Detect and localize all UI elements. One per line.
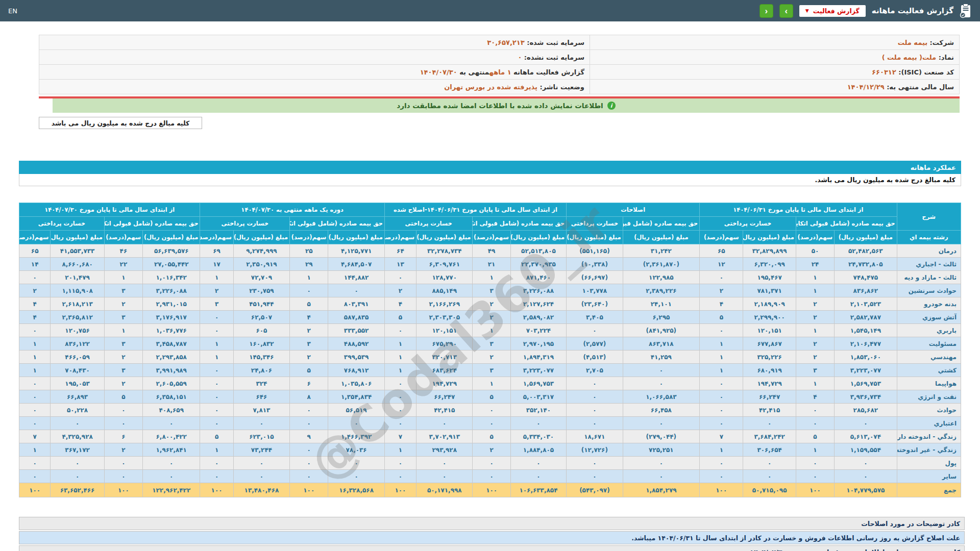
data-cell: ۰ <box>290 404 328 417</box>
row-label: مسئولیت <box>897 337 961 350</box>
data-cell: ۱ <box>473 377 510 390</box>
data-cell: ۰ <box>19 390 51 404</box>
data-cell: ۴۸۸,۵۹۲ <box>328 337 384 350</box>
data-cell: ۲۹۳,۹۲۸ <box>416 443 473 457</box>
data-cell: ۱۰۰ <box>19 483 51 497</box>
info-value: ۱۴۰۴/۱۲/۲۹ <box>847 83 885 91</box>
data-cell: ۴ <box>384 297 416 311</box>
data-cell: ۱۰۰ <box>104 483 142 497</box>
data-cell: ۵ <box>796 430 834 443</box>
info-label: سرمایه ثبت شده: <box>525 39 584 46</box>
toolbar: گزارش فعالیت ماهانه گزارش فعالیت ▼ › ‹ E… <box>0 0 980 21</box>
data-cell: ۰ <box>328 284 384 297</box>
note-text-row: کادر توضیحات در مورد اصلاحات <box>19 517 965 530</box>
data-cell: ۱,۸۵۴,۲۷۹ <box>623 483 700 497</box>
data-cell: ۰ <box>233 470 289 483</box>
data-cell: ۷,۸۱۳ <box>233 404 289 417</box>
data-cell: ۲,۵۸۹,۰۸۲ <box>510 311 566 324</box>
info-value: ۳۰,۶۵۷,۲۱۳ <box>487 39 524 46</box>
data-cell: ۰ <box>200 364 233 377</box>
data-cell: ۰ <box>200 377 233 390</box>
col-header-premium: حق بیمه صادره (شامل قبولی اتکایی) <box>104 217 200 231</box>
data-cell: ۰ <box>233 457 289 470</box>
data-cell: ۲,۶۰۵,۵۵۹ <box>143 377 200 390</box>
data-cell: ۷۸۱,۳۷۱ <box>743 284 796 297</box>
data-cell: (۲,۵۷۷) <box>567 337 623 350</box>
data-cell: ۰ <box>19 324 51 337</box>
data-cell: ۶۵ <box>700 244 743 258</box>
data-cell: ۰ <box>700 457 743 470</box>
data-cell: ۸۶۳,۷۱۸ <box>623 337 700 350</box>
data-cell: ۳,۶۸۴,۲۴۲ <box>743 430 796 443</box>
page-title: گزارش فعالیت ماهانه <box>872 6 953 15</box>
data-cell: ۲ <box>473 443 510 457</box>
data-cell: ۰ <box>51 417 104 430</box>
data-cell: ۱,۸۹۴,۳۱۹ <box>510 350 566 364</box>
chevron-down-icon: ▼ <box>805 8 809 13</box>
data-cell: ۹,۲۷۴,۹۹۹ <box>233 244 289 258</box>
data-cell: ۰ <box>567 390 623 404</box>
data-cell: ۴۵۱,۹۴۴ <box>233 297 289 311</box>
data-cell: ۲۴,۷۳۲,۸۰۵ <box>835 258 897 271</box>
previous-report-button[interactable]: ‹ <box>760 4 773 18</box>
data-cell: ۱ <box>384 443 416 457</box>
data-cell: ۴۲,۴۱۵ <box>416 404 473 417</box>
data-cell: ۴,۶۸۴,۵۰۷ <box>328 258 384 271</box>
data-cell: ۶۶,۸۹۳ <box>51 390 104 404</box>
info-cell: سرمایه ثبت شده: ۳۰,۶۵۷,۲۱۳ <box>39 35 590 50</box>
data-cell: ۰ <box>623 417 700 430</box>
data-cell: ۱۰۰ <box>290 483 328 497</box>
data-cell: ۳,۲۲۶,۰۸۸ <box>510 284 566 297</box>
data-cell: ۲,۵۸۲,۷۸۷ <box>835 311 897 324</box>
col-header-amount: مبلغ (میلیون ریال) <box>51 231 104 244</box>
data-cell: ۵۰ <box>796 244 834 258</box>
data-cell: ۳,۹۳۶,۷۳۴ <box>835 390 897 404</box>
info-row: شرکت: بیمه ملتسرمایه ثبت شده: ۳۰,۶۵۷,۲۱۳ <box>39 35 960 50</box>
chevron-left-icon: ‹ <box>765 7 768 15</box>
data-cell: ۰ <box>104 404 142 417</box>
data-cell: ۳۱,۲۴۲ <box>623 244 700 258</box>
data-cell: ۲ <box>200 284 233 297</box>
data-cell: ۰ <box>700 390 743 404</box>
data-cell: ۰ <box>700 417 743 430</box>
data-cell: ۴ <box>19 311 51 324</box>
data-cell: ۳۲,۲۷۸,۷۳۴ <box>416 244 473 258</box>
data-cell: ۰ <box>290 284 328 297</box>
info-row: نماد: ملت( بیمه ملت )سرمایه ثبت نشده: ۰ <box>39 50 960 65</box>
data-cell: ۲ <box>796 297 834 311</box>
data-cell: ۶۶,۴۵۸ <box>623 404 700 417</box>
next-report-button[interactable]: › <box>779 4 793 18</box>
amounts-note-wrap: کلیه مبالغ درج شده به میلیون ریال می باش… <box>39 117 960 129</box>
data-cell: ۰ <box>796 470 834 483</box>
data-cell: ۵۲,۴۸۲,۵۶۳ <box>835 244 897 258</box>
total-row: جمع۱۰۴,۷۷۹,۵۷۵۱۰۰۵۰,۷۱۵,۰۹۵۱۰۰۱,۸۵۴,۲۷۹(… <box>19 483 961 497</box>
col-header-amount: مبلغ (میلیون ریال) <box>143 231 200 244</box>
performance-table-wrap: @Codal360_ir شرحاز ابتدای سال مالی تا پا… <box>19 203 961 497</box>
data-cell: ۱ <box>19 337 51 350</box>
data-cell: ۰ <box>473 470 510 483</box>
data-cell: ۰ <box>200 470 233 483</box>
data-cell: ۱,۵۴۵,۱۴۹ <box>835 324 897 337</box>
data-cell: ۲۴,۸۰۶ <box>233 364 289 377</box>
data-cell: ۰ <box>51 457 104 470</box>
row-label: سایر <box>897 470 961 483</box>
data-cell: ۰ <box>233 417 289 430</box>
data-cell: ۲,۱۲۷,۶۲۴ <box>510 297 566 311</box>
row-label: درمان <box>897 244 961 258</box>
data-cell: ۱۷ <box>200 258 233 271</box>
data-cell: ۱ <box>796 324 834 337</box>
row-label: ثالث - اجباري <box>897 258 961 271</box>
report-type-dropdown[interactable]: گزارش فعالیت ▼ <box>799 5 866 17</box>
data-cell: ۰ <box>700 271 743 284</box>
data-cell: ۰ <box>567 417 623 430</box>
data-cell: ۵۰,۲۲۸ <box>51 404 104 417</box>
language-toggle-en[interactable]: EN <box>8 7 17 15</box>
data-cell: ۷۴۸,۴۷۵ <box>835 271 897 284</box>
data-cell: ۱۲۲,۹۸۵ <box>623 271 700 284</box>
signature-match-banner: i اطلاعات نمایش داده شده با اطلاعات امضا… <box>53 98 960 113</box>
data-cell: ۲ <box>290 350 328 364</box>
col-header-premium: حق بیمه صادره (شامل قبولی اتکایی) <box>623 217 700 231</box>
data-cell: (۵۴۳,۰۹۷) <box>567 483 623 497</box>
data-cell: ۱,۸۸۴,۸۰۵ <box>510 443 566 457</box>
data-cell: ۵,۰۰۳,۳۱۷ <box>510 390 566 404</box>
